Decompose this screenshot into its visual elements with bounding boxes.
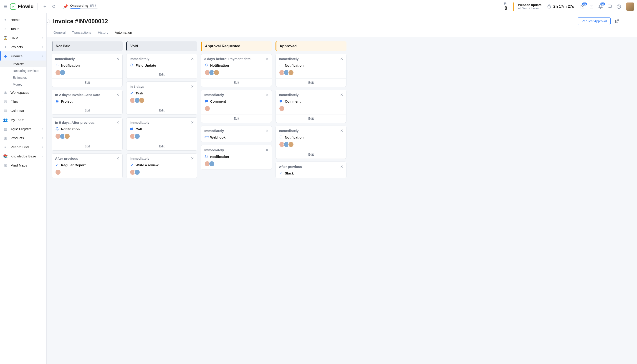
column-header[interactable]: Approval Requested	[201, 42, 272, 51]
chevron-right-icon: ›	[42, 36, 43, 39]
more-options-button[interactable]: ⋮	[623, 18, 631, 25]
search-button[interactable]	[50, 3, 58, 10]
notifications-button[interactable]: 58	[597, 3, 604, 10]
automation-card[interactable]: Immediately ✕ Notification Edit	[52, 54, 122, 87]
close-icon[interactable]: ✕	[116, 92, 119, 97]
automation-card[interactable]: After previous ✕ Regular Report	[52, 153, 122, 178]
card-edit-button[interactable]: Edit	[276, 150, 346, 158]
sidebar-item-home[interactable]: ♥Home	[0, 15, 46, 24]
automation-card[interactable]: Immediately ✕ Comment Edit	[201, 90, 272, 123]
card-edit-button[interactable]: Edit	[201, 78, 272, 87]
sidebar-item-files[interactable]: ▧Files›	[0, 97, 46, 106]
sidebar-item-my-team[interactable]: 👥My Team	[0, 115, 46, 124]
automation-card[interactable]: Immediately ✕ Write a review	[126, 153, 197, 178]
card-edit-button[interactable]: Edit	[52, 78, 122, 87]
sidebar-subitem-estimates[interactable]: —Estimates	[0, 74, 46, 81]
sidebar-item-knowledge-base[interactable]: 📚Knowledge Base›	[0, 152, 46, 160]
sidebar-item-mind-maps[interactable]: ⊞Mind Maps	[0, 160, 46, 170]
date-widget[interactable]: Fri 9	[504, 2, 507, 11]
sidebar-subitem-recurring-invoices[interactable]: —Recurring Invoices	[0, 67, 46, 74]
notes-button[interactable]	[588, 3, 595, 10]
sidebar-item-projects[interactable]: ●Projects›	[0, 42, 46, 52]
nav-label: Mind Maps	[10, 163, 43, 167]
event-widget[interactable]: Website update All Day +1 event	[518, 3, 542, 10]
close-icon[interactable]: ✕	[266, 148, 268, 152]
column-header[interactable]: Approved	[276, 42, 346, 51]
menu-toggle-icon[interactable]: ☰	[3, 3, 8, 10]
card-edit-button[interactable]: Edit	[201, 114, 272, 122]
nav-icon: ⊞	[3, 163, 8, 168]
close-icon[interactable]: ✕	[116, 57, 119, 61]
sidebar-subitem-money[interactable]: —Money	[0, 81, 46, 88]
sidebar-item-workspaces[interactable]: ◉Workspaces	[0, 88, 46, 97]
tab-transactions[interactable]: Transactions	[72, 28, 92, 37]
automation-card[interactable]: After previous ✕ Slack	[276, 162, 346, 178]
chevron-right-icon: ›	[42, 154, 43, 158]
close-icon[interactable]: ✕	[191, 84, 194, 89]
chevron-right-icon: ›	[42, 127, 43, 130]
avatar	[134, 169, 140, 175]
help-button[interactable]	[615, 3, 622, 10]
close-icon[interactable]: ✕	[340, 128, 343, 133]
add-button[interactable]	[41, 3, 48, 10]
card-action-label: Project	[61, 100, 72, 103]
automation-card[interactable]: In 5 days, After previous ✕ Notification…	[52, 118, 122, 150]
sidebar-item-record-lists[interactable]: ≡Record Lists›	[0, 142, 46, 152]
inbox-button[interactable]: 36	[579, 3, 586, 10]
automation-card[interactable]: Immediately ✕ Notification Edit	[276, 54, 346, 87]
close-icon[interactable]: ✕	[340, 57, 343, 61]
column-header[interactable]: Not Paid	[52, 42, 122, 51]
timer-widget[interactable]: 2h 17m 27s	[547, 4, 574, 9]
close-icon[interactable]: ✕	[340, 164, 343, 169]
card-edit-button[interactable]: Edit	[276, 114, 346, 122]
close-icon[interactable]: ✕	[266, 92, 268, 97]
close-icon[interactable]: ✕	[266, 128, 268, 133]
sidebar-item-products[interactable]: ▣Products›	[0, 133, 46, 142]
automation-card[interactable]: Immediately ✕ HTTP Webhook	[201, 126, 272, 142]
onboarding-widget[interactable]: 📌 Onboarding 5/13	[63, 4, 98, 9]
close-icon[interactable]: ✕	[191, 57, 194, 61]
app-logo[interactable]: ✓ Flowlu	[10, 4, 34, 10]
check-icon	[55, 163, 59, 167]
app-header: ☰ ✓ Flowlu 📌 Onboarding 5/13 Fri 9 Websi…	[0, 0, 637, 13]
sidebar-item-finance[interactable]: ◆Finance›	[0, 52, 46, 60]
automation-card[interactable]: Immediately ✕ Comment Edit	[276, 90, 346, 123]
sidebar-item-calendar[interactable]: ▦Calendar	[0, 106, 46, 115]
tab-general[interactable]: General	[53, 28, 66, 37]
user-avatar[interactable]	[626, 2, 634, 11]
automation-card[interactable]: Immediately ✕ Notification Edit	[276, 126, 346, 159]
automation-card[interactable]: 3 days before: Payment date ✕ Notificati…	[201, 54, 272, 87]
request-approval-button[interactable]: Request Approval	[578, 17, 610, 25]
automation-card[interactable]: Immediately ✕ Field Update Edit	[126, 54, 197, 79]
automation-card[interactable]: In 2 days: Invoice Sent Date ✕ Project E…	[52, 90, 122, 115]
event-title: Website update	[518, 3, 542, 7]
automation-card[interactable]: Immediately ✕ Call Edit	[126, 118, 197, 150]
sidebar-item-agile-projects[interactable]: ▤Agile Projects›	[0, 124, 46, 133]
close-icon[interactable]: ✕	[116, 120, 119, 125]
automation-card[interactable]: In 3 days ✕ Task Edit	[126, 82, 197, 115]
close-icon[interactable]: ✕	[116, 156, 119, 160]
sidebar-item-crm[interactable]: ⌛CRM›	[0, 33, 46, 42]
card-edit-button[interactable]: Edit	[52, 142, 122, 150]
card-edit-button[interactable]: Edit	[52, 106, 122, 114]
nav-label: Finance	[10, 54, 40, 58]
card-edit-button[interactable]: Edit	[126, 106, 197, 114]
automation-card[interactable]: Immediately ✕ Notification	[201, 145, 272, 170]
nav-icon: ◉	[3, 90, 8, 95]
close-icon[interactable]: ✕	[266, 57, 268, 61]
column-header[interactable]: Void	[126, 42, 197, 51]
close-icon[interactable]: ✕	[340, 92, 343, 97]
tab-history[interactable]: History	[97, 28, 109, 37]
chat-button[interactable]	[606, 3, 613, 10]
card-edit-button[interactable]: Edit	[276, 78, 346, 87]
bell-icon	[55, 127, 59, 131]
sidebar-subitem-invoices[interactable]: —Invoices	[0, 60, 46, 67]
chevron-right-icon: ›	[42, 136, 43, 140]
tab-automation[interactable]: Automation	[114, 28, 132, 37]
sidebar-item-tasks[interactable]: ✓Tasks	[0, 24, 46, 33]
card-edit-button[interactable]: Edit	[126, 70, 197, 78]
close-icon[interactable]: ✕	[191, 120, 194, 125]
open-external-button[interactable]	[613, 18, 620, 25]
card-edit-button[interactable]: Edit	[126, 142, 197, 150]
close-icon[interactable]: ✕	[191, 156, 194, 160]
